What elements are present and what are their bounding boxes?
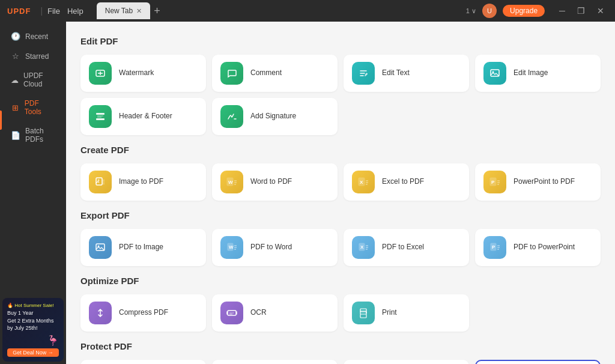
ad-badge: 🔥 Hot Summer Sale! [7, 303, 59, 308]
tool-pdf-to-ppt[interactable]: P PDF to PowerPoint [475, 229, 601, 266]
image-to-pdf-label: Image to PDF [119, 177, 163, 187]
tabs-area: New Tab ✕ + [97, 2, 466, 19]
compress-label: Compress PDF [119, 308, 168, 318]
menu-help[interactable]: Help [67, 7, 83, 16]
close-button[interactable]: ✕ [593, 5, 608, 17]
tool-add-signature[interactable]: Add Signature [212, 98, 338, 135]
ppt-to-pdf-icon: P [483, 171, 506, 193]
export-pdf-grid: PDF to Image W PDF to Word X PDF to Exce… [80, 229, 601, 266]
tool-pdf-to-word[interactable]: W PDF to Word [212, 229, 338, 266]
tool-print[interactable]: Print [344, 294, 469, 332]
app-logo: UPDF [7, 7, 31, 16]
tab-label: New Tab [105, 7, 133, 15]
edit-text-icon [352, 62, 375, 85]
sidebar: 🕐 Recent ☆ Starred ☁ UPDF Cloud ⊞ PDF To… [0, 22, 66, 364]
ad-deal-button[interactable]: Get Deal Now → [7, 348, 59, 357]
sidebar-item-starred[interactable]: ☆ Starred [2, 47, 64, 65]
svg-rect-4 [96, 118, 105, 120]
tool-redact[interactable]: Redact [344, 360, 469, 364]
watermark-label: Watermark [119, 68, 154, 78]
word-to-pdf-label: Word to PDF [250, 177, 292, 187]
tab-add-button[interactable]: + [154, 5, 160, 17]
tab-new[interactable]: New Tab ✕ [97, 2, 150, 19]
export-pdf-title: Export PDF [80, 210, 601, 220]
ocr-icon [220, 302, 243, 324]
ppt-to-pdf-label: PowerPoint to PDF [514, 177, 575, 187]
maximize-button[interactable]: ❐ [574, 5, 589, 17]
tool-watermark[interactable]: Watermark [80, 55, 206, 92]
titlebar-right: 1 ∨ U Upgrade ─ ❐ ✕ [466, 4, 608, 18]
tool-ppt-to-pdf[interactable]: P PowerPoint to PDF [475, 163, 601, 201]
pdf-to-word-label: PDF to Word [250, 243, 292, 252]
upgrade-button[interactable]: Upgrade [503, 5, 545, 17]
tool-digital-signature[interactable]: Digital Signature [212, 360, 338, 364]
cloud-icon: ☁ [11, 76, 19, 85]
image-to-pdf-icon [89, 171, 112, 193]
tool-excel-to-pdf[interactable]: X Excel to PDF [344, 163, 469, 201]
protect-pdf-section: Protect PDF Protect Using Password Digit… [80, 341, 601, 364]
content-area: Edit PDF Watermark Comment [66, 22, 615, 364]
excel-to-pdf-icon: X [352, 171, 375, 193]
print-icon [352, 302, 375, 324]
edit-pdf-title: Edit PDF [80, 36, 601, 46]
pdf-tools-icon: ⊞ [11, 103, 20, 112]
pdf-to-ppt-label: PDF to PowerPoint [514, 243, 575, 252]
pdf-to-word-icon: W [220, 236, 243, 259]
ad-text: Buy 1 Year Get 2 Extra Months by July 25… [7, 309, 59, 332]
tab-close-icon[interactable]: ✕ [136, 7, 142, 15]
batch-icon: 📄 [11, 131, 20, 140]
excel-to-pdf-label: Excel to PDF [382, 177, 424, 187]
sidebar-item-label-recent: Recent [25, 32, 48, 41]
sidebar-item-recent[interactable]: 🕐 Recent [2, 27, 64, 46]
tool-ocr[interactable]: OCR [212, 294, 338, 332]
tool-edit-text[interactable]: Edit Text [344, 55, 469, 92]
svg-point-6 [98, 180, 100, 181]
edit-pdf-grid-row2: Header & Footer Add Signature [80, 98, 601, 135]
svg-point-24 [366, 312, 367, 314]
edit-text-label: Edit Text [382, 68, 410, 78]
tool-comment[interactable]: Comment [212, 55, 338, 92]
pdf-to-excel-label: PDF to Excel [382, 243, 424, 252]
svg-text:P: P [491, 180, 495, 185]
optimize-pdf-title: Optimize PDF [80, 276, 601, 286]
pdf-to-image-label: PDF to Image [119, 243, 163, 252]
main-layout: 🕐 Recent ☆ Starred ☁ UPDF Cloud ⊞ PDF To… [0, 22, 615, 364]
tool-pdf-to-image[interactable]: PDF to Image [80, 229, 206, 266]
sidebar-item-cloud[interactable]: ☁ UPDF Cloud [2, 67, 64, 93]
edit-pdf-grid: Watermark Comment Edit Text [80, 55, 601, 92]
pdf-to-ppt-icon: P [483, 236, 506, 259]
edit-image-icon [483, 62, 506, 85]
tool-compare-files[interactable]: Compare Files [475, 360, 601, 364]
titlebar-divider: | [40, 6, 43, 16]
svg-text:P: P [492, 244, 495, 250]
sidebar-ad: 🔥 Hot Summer Sale! Buy 1 Year Get 2 Extr… [2, 298, 64, 362]
add-signature-icon [220, 105, 243, 128]
menu-file[interactable]: File [47, 7, 60, 16]
svg-rect-22 [360, 314, 366, 318]
tool-pdf-to-excel[interactable]: X PDF to Excel [344, 229, 469, 266]
edit-pdf-section: Edit PDF Watermark Comment [80, 36, 601, 135]
tool-protect-password[interactable]: Protect Using Password [80, 360, 206, 364]
upgrade-label: Upgrade [510, 7, 538, 15]
tool-header-footer[interactable]: Header & Footer [80, 98, 206, 135]
sidebar-active-indicator [0, 111, 2, 130]
ad-flamingo: 🦩 [7, 335, 59, 346]
sidebar-item-pdf-tools[interactable]: ⊞ PDF Tools [2, 94, 64, 121]
tool-compress[interactable]: Compress PDF [80, 294, 206, 332]
tool-word-to-pdf[interactable]: W Word to PDF [212, 163, 338, 201]
optimize-pdf-grid: Compress PDF OCR Print [80, 294, 601, 332]
minimize-button[interactable]: ─ [556, 5, 569, 17]
sidebar-item-label-pdf-tools: PDF Tools [25, 99, 55, 116]
compress-icon [89, 302, 112, 324]
add-signature-label: Add Signature [250, 112, 296, 121]
create-pdf-section: Create PDF Image to PDF W Word to PDF [80, 145, 601, 201]
create-pdf-title: Create PDF [80, 145, 601, 155]
protect-pdf-title: Protect PDF [80, 341, 601, 351]
export-pdf-section: Export PDF PDF to Image W PDF to Word [80, 210, 601, 266]
create-pdf-grid: Image to PDF W Word to PDF X Excel to PD… [80, 163, 601, 201]
sidebar-item-label-starred: Starred [25, 52, 49, 61]
tool-edit-image[interactable]: Edit Image [475, 55, 601, 92]
tool-image-to-pdf[interactable]: Image to PDF [80, 163, 206, 201]
sidebar-item-label-batch: Batch PDFs [25, 127, 55, 144]
sidebar-item-batch-pdfs[interactable]: 📄 Batch PDFs [2, 122, 64, 148]
